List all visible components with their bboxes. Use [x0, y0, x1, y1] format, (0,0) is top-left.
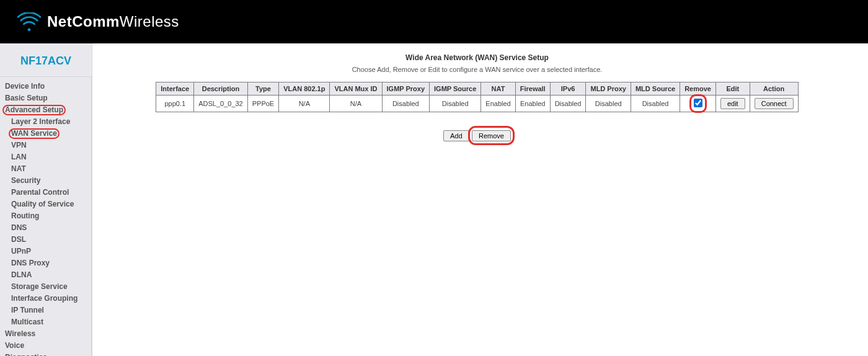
- nav-if-group[interactable]: Interface Grouping: [0, 293, 91, 305]
- brand-logo: NetCommWireless: [17, 12, 179, 31]
- nav-ip-tunnel[interactable]: IP Tunnel: [0, 305, 91, 316]
- nav-upnp[interactable]: UPnP: [0, 246, 91, 257]
- col-edit: Edit: [715, 82, 750, 96]
- nav-basic-setup[interactable]: Basic Setup: [0, 92, 91, 104]
- cell-edit: edit: [715, 96, 750, 112]
- nav-parental[interactable]: Parental Control: [0, 187, 91, 198]
- wifi-icon: [17, 12, 41, 31]
- content-area: Wide Area Network (WAN) Service Setup Ch…: [92, 43, 868, 356]
- col-mld-proxy: MLD Proxy: [586, 82, 631, 96]
- cell-vlan-muxid: N/A: [330, 96, 382, 112]
- cell-type: PPPoE: [247, 96, 278, 112]
- nav-voice[interactable]: Voice: [0, 340, 91, 352]
- cell-description: ADSL_0_0_32: [194, 96, 248, 112]
- nav-dns-proxy[interactable]: DNS Proxy: [0, 257, 91, 269]
- cell-nat: Enabled: [481, 96, 515, 112]
- table-row: ppp0.1 ADSL_0_0_32 PPPoE N/A N/A Disable…: [156, 96, 798, 112]
- cell-interface: ppp0.1: [156, 96, 194, 112]
- nav-wan-service[interactable]: WAN Service: [0, 128, 91, 140]
- col-description: Description: [194, 82, 248, 96]
- edit-button[interactable]: edit: [720, 98, 745, 109]
- cell-mld-proxy: Disabled: [586, 96, 631, 112]
- col-vlan-8021p: VLAN 802.1p: [279, 82, 330, 96]
- nav-qos[interactable]: Quality of Service: [0, 198, 91, 210]
- col-vlan-muxid: VLAN Mux ID: [330, 82, 382, 96]
- col-remove: Remove: [680, 82, 716, 96]
- cell-vlan-8021p: N/A: [279, 96, 330, 112]
- nav-device-info[interactable]: Device Info: [0, 81, 91, 92]
- app-header: NetCommWireless: [0, 0, 868, 43]
- cell-ipv6: Disabled: [550, 96, 586, 112]
- remove-button-highlight: Remove: [472, 130, 511, 141]
- cell-firewall: Enabled: [515, 96, 550, 112]
- add-button[interactable]: Add: [443, 130, 469, 141]
- action-row: Add Remove: [92, 130, 862, 141]
- cell-mld-source: Disabled: [631, 96, 680, 112]
- connect-button[interactable]: Connect: [755, 98, 794, 109]
- nav-lan[interactable]: LAN: [0, 151, 91, 163]
- cell-remove: [680, 96, 716, 112]
- col-ipv6: IPv6: [550, 82, 586, 96]
- nav-vpn[interactable]: VPN: [0, 140, 91, 151]
- col-igmp-source: IGMP Source: [430, 82, 481, 96]
- nav-storage[interactable]: Storage Service: [0, 281, 91, 293]
- nav-diagnostics[interactable]: Diagnostics: [0, 352, 91, 356]
- nav-wan-service-label: WAN Service: [11, 129, 57, 138]
- nav-wireless[interactable]: Wireless: [0, 328, 91, 340]
- nav-routing[interactable]: Routing: [0, 210, 91, 222]
- nav-multicast[interactable]: Multicast: [0, 316, 91, 328]
- nav-advanced-setup[interactable]: Advanced Setup: [0, 104, 91, 116]
- col-igmp-proxy: IGMP Proxy: [382, 82, 430, 96]
- nav-advanced-setup-label: Advanced Setup: [5, 105, 63, 115]
- nav-layer2[interactable]: Layer 2 Interface: [0, 116, 91, 128]
- nav-menu: Device Info Basic Setup Advanced Setup L…: [0, 76, 92, 356]
- cell-action: Connect: [750, 96, 798, 112]
- sidebar: NF17ACV Device Info Basic Setup Advanced…: [0, 43, 92, 356]
- col-mld-source: MLD Source: [631, 82, 680, 96]
- remove-button[interactable]: Remove: [472, 130, 511, 141]
- page-subtitle: Choose Add, Remove or Edit to configure …: [92, 66, 862, 73]
- nav-nat[interactable]: NAT: [0, 163, 91, 175]
- nav-security[interactable]: Security: [0, 175, 91, 187]
- nav-dlna[interactable]: DLNA: [0, 269, 91, 281]
- remove-checkbox-highlight: [694, 99, 702, 109]
- nav-dns[interactable]: DNS: [0, 222, 91, 234]
- wan-table-header-row: Interface Description Type VLAN 802.1p V…: [156, 82, 798, 96]
- col-action: Action: [750, 82, 798, 96]
- col-interface: Interface: [156, 82, 194, 96]
- nav-dsl[interactable]: DSL: [0, 234, 91, 246]
- remove-checkbox[interactable]: [694, 99, 702, 107]
- brand-text: NetCommWireless: [47, 13, 179, 30]
- page-title: Wide Area Network (WAN) Service Setup: [92, 53, 862, 62]
- model-link[interactable]: NF17ACV: [20, 55, 71, 67]
- cell-igmp-source: Disabled: [430, 96, 481, 112]
- col-firewall: Firewall: [515, 82, 550, 96]
- model-box: NF17ACV: [0, 43, 92, 76]
- col-nat: NAT: [481, 82, 515, 96]
- wan-table: Interface Description Type VLAN 802.1p V…: [156, 82, 798, 112]
- cell-igmp-proxy: Disabled: [382, 96, 430, 112]
- col-type: Type: [247, 82, 278, 96]
